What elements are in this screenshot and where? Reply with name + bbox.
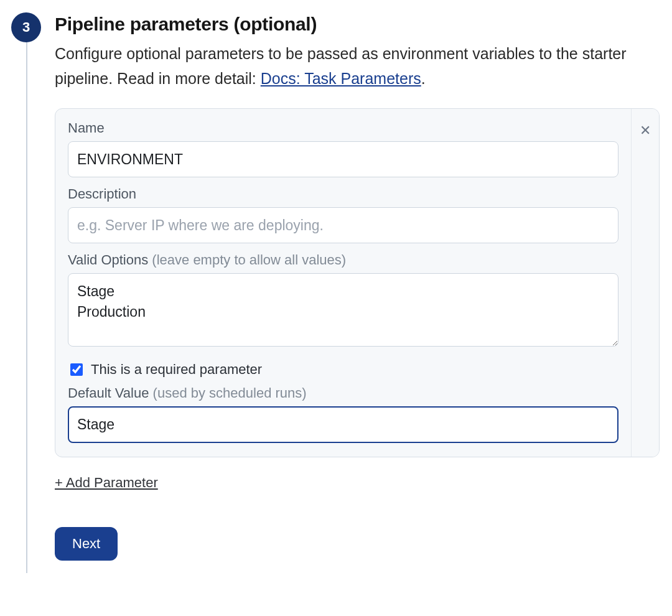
docs-link[interactable]: Docs: Task Parameters [261, 70, 421, 87]
label-name: Name [68, 120, 618, 136]
remove-parameter-button[interactable]: ✕ [632, 109, 659, 457]
next-button[interactable]: Next [55, 527, 118, 561]
parameter-card: Name Description Valid Options (leave em… [55, 108, 660, 457]
label-valid-options-text: Valid Options [68, 252, 152, 268]
required-row: This is a required parameter [68, 362, 618, 378]
parameter-form: Name Description Valid Options (leave em… [55, 109, 632, 457]
label-valid-options-hint: (leave empty to allow all values) [152, 252, 346, 268]
field-valid-options: Valid Options (leave empty to allow all … [68, 252, 618, 350]
step-description-post: . [421, 70, 426, 87]
label-default-value-hint: (used by scheduled runs) [153, 385, 307, 401]
add-parameter-link[interactable]: + Add Parameter [55, 475, 158, 491]
step-title: Pipeline parameters (optional) [55, 14, 660, 35]
name-input[interactable] [68, 141, 618, 177]
field-description: Description [68, 186, 618, 243]
required-label: This is a required parameter [91, 362, 262, 378]
default-value-input[interactable] [68, 406, 618, 442]
step-number: 3 [22, 19, 30, 35]
field-default-value: Default Value (used by scheduled runs) [68, 385, 618, 442]
step-description: Configure optional parameters to be pass… [55, 41, 660, 91]
close-icon: ✕ [640, 123, 651, 139]
description-input[interactable] [68, 207, 618, 243]
label-default-value: Default Value (used by scheduled runs) [68, 385, 618, 401]
required-checkbox[interactable] [70, 363, 83, 376]
step-number-badge: 3 [11, 12, 41, 42]
step-rail: 3 [7, 12, 45, 561]
label-default-value-text: Default Value [68, 385, 153, 401]
label-description: Description [68, 186, 618, 202]
valid-options-textarea[interactable] [68, 273, 618, 347]
field-name: Name [68, 120, 618, 177]
step-content: Pipeline parameters (optional) Configure… [55, 12, 660, 561]
label-valid-options: Valid Options (leave empty to allow all … [68, 252, 618, 268]
